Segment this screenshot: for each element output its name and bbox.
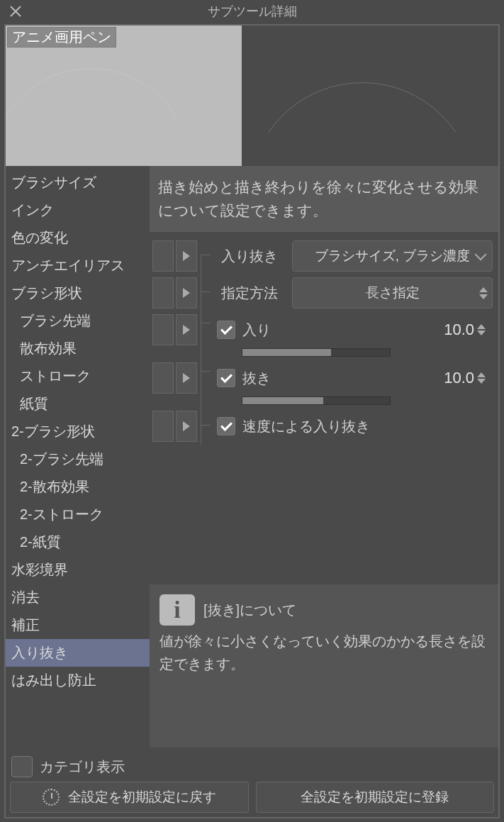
visibility-toggle[interactable] [152,362,174,394]
category-description: 描き始めと描き終わりを徐々に変化させる効果について設定できます。 [150,166,498,232]
sidebar-item[interactable]: ブラシサイズ [6,169,150,196]
register-all-button[interactable]: 全設定を初期設定に登録 [256,782,495,813]
stepper-value: 長さ指定 [366,284,420,302]
info-panel: [抜き]について 値が徐々に小さくなっていく効果のかかる長さを設定できます。 [150,584,498,748]
sidebar-item[interactable]: 2-散布効果 [6,473,150,501]
sidebar-item[interactable]: アンチエイリアス [6,252,150,279]
sidebar-item-selected[interactable]: 入り抜き [6,639,150,667]
brush-preview: アニメ画用ペン [6,26,498,166]
sidebar-item[interactable]: 2-ブラシ先端 [6,445,150,473]
info-body: 値が徐々に小さくなっていく効果のかかる長さを設定できます。 [159,630,488,675]
visibility-toggle[interactable] [152,411,174,442]
dynamics-button[interactable] [176,411,197,442]
speed-checkbox[interactable] [217,417,235,435]
sidebar-item[interactable]: 消去 [6,584,150,611]
sidebar-item[interactable]: 補正 [6,611,150,639]
close-icon[interactable] [9,4,23,18]
visibility-toggle[interactable] [152,314,174,345]
sidebar-item[interactable]: ストローク [6,362,150,390]
category-display-label: カテゴリ表示 [40,757,125,777]
sidebar-item[interactable]: 色の変化 [6,224,150,252]
category-display-checkbox[interactable] [11,756,33,777]
iri-stepper[interactable] [477,324,486,335]
sidebar-item[interactable]: 散布効果 [6,335,150,362]
sidebar-item[interactable]: ブラシ形状 [6,279,150,307]
visibility-toggle[interactable] [152,277,174,309]
sidebar-item[interactable]: インク [6,196,150,224]
reset-icon [43,789,60,806]
nuki-label: 抜き [242,369,271,388]
dynamics-button[interactable] [176,314,197,345]
visibility-toggle[interactable] [152,240,174,272]
arrow-up-icon [479,287,488,292]
tool-name-badge: アニメ画用ペン [7,27,116,48]
nuki-checkbox[interactable] [217,369,235,387]
dynamics-button[interactable] [176,277,197,309]
chevron-down-icon [476,253,485,259]
button-label: 全設定を初期設定に登録 [301,788,449,806]
dynamics-button[interactable] [176,240,197,272]
iri-checkbox[interactable] [217,321,235,339]
reset-all-button[interactable]: 全設定を初期設定に戻す [10,782,249,813]
arrow-down-icon [479,294,488,299]
window-title: サブツール詳細 [208,3,297,20]
iri-nuki-dropdown[interactable]: ブラシサイズ, ブラシ濃度 [292,240,493,272]
speed-label: 速度による入り抜き [242,417,370,436]
sidebar-item[interactable]: 水彩境界 [6,556,150,584]
method-label: 指定方法 [221,284,292,303]
nuki-slider[interactable] [242,396,391,405]
sidebar-item[interactable]: はみ出し防止 [6,667,150,694]
iri-nuki-label: 入り抜き [221,247,292,266]
info-title: [抜き]について [203,599,296,621]
nuki-stepper[interactable] [477,372,486,384]
sidebar-item[interactable]: 2-ブラシ形状 [6,418,150,445]
dropdown-value: ブラシサイズ, ブラシ濃度 [315,247,471,265]
button-label: 全設定を初期設定に戻す [68,788,216,806]
iri-value[interactable]: 10.0 [444,321,474,339]
method-stepper[interactable]: 長さ指定 [292,277,493,309]
category-sidebar: ブラシサイズ インク 色の変化 アンチエイリアス ブラシ形状 ブラシ先端 散布効… [6,166,150,748]
sidebar-item[interactable]: 2-紙質 [6,528,150,556]
sidebar-item[interactable]: 2-ストローク [6,501,150,528]
nuki-value[interactable]: 10.0 [444,369,474,387]
sidebar-item[interactable]: 紙質 [6,390,150,418]
iri-label: 入り [242,321,271,340]
dynamics-button[interactable] [176,362,197,394]
iri-slider[interactable] [242,348,391,357]
info-icon [159,594,195,626]
sidebar-item[interactable]: ブラシ先端 [6,307,150,335]
